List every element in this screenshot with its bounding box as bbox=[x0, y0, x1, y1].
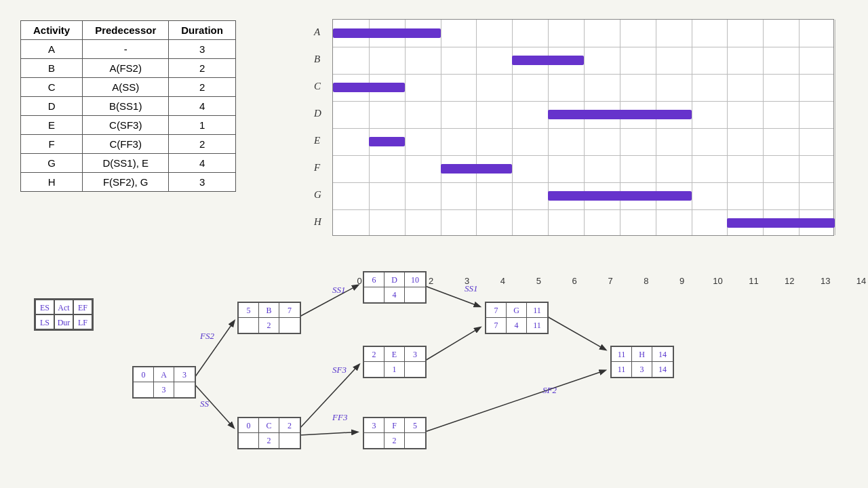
gantt-col-line bbox=[835, 20, 835, 235]
node-cell-top: C bbox=[259, 418, 279, 433]
legend-box: ES Act EF LS Dur LF bbox=[34, 298, 94, 331]
gantt-row-line bbox=[333, 74, 833, 75]
gantt-bar bbox=[727, 218, 835, 228]
node-g: 7G117411 bbox=[485, 302, 549, 334]
table-cell: C(SF3) bbox=[83, 116, 169, 135]
table-cell: 2 bbox=[169, 135, 236, 154]
gantt-col-line bbox=[656, 20, 656, 235]
arrow-label: SS1 bbox=[332, 285, 346, 296]
arrow bbox=[547, 317, 606, 350]
gantt-col-line bbox=[512, 20, 513, 235]
node-cell-top: 7 bbox=[486, 303, 507, 318]
gantt-row-label: E bbox=[314, 135, 320, 146]
gantt-row-line bbox=[333, 47, 833, 47]
legend-ef: EF bbox=[73, 300, 92, 314]
gantt-x-label: 4 bbox=[500, 276, 505, 286]
gantt-row-label: H bbox=[314, 216, 321, 228]
node-cell-top: 14 bbox=[652, 347, 673, 362]
legend-lf: LF bbox=[73, 314, 92, 329]
table-cell: D bbox=[21, 97, 83, 116]
gantt-col-line bbox=[692, 20, 692, 235]
gantt-row-line bbox=[333, 101, 833, 102]
table-cell: H bbox=[21, 173, 83, 192]
col-predecessor: Predecessor bbox=[83, 21, 169, 40]
arrow bbox=[300, 365, 359, 428]
node-cell-top: 3 bbox=[405, 347, 425, 362]
gantt-row-label: F bbox=[314, 162, 320, 174]
activity-table: Activity Predecessor Duration A-3BA(FS2)… bbox=[20, 20, 236, 192]
node-cell-bot bbox=[174, 382, 195, 397]
gantt-x-label: 6 bbox=[572, 276, 577, 286]
gantt-row-label: G bbox=[314, 189, 321, 201]
arrow bbox=[195, 384, 234, 428]
gantt-x-label: 12 bbox=[785, 276, 794, 286]
table-cell: A(FS2) bbox=[83, 59, 169, 78]
node-cell-top: 7 bbox=[279, 303, 300, 318]
gantt-x-label: 14 bbox=[856, 276, 866, 286]
gantt-col-line bbox=[763, 20, 764, 235]
node-cell-bot bbox=[239, 318, 259, 333]
table-cell: 3 bbox=[169, 173, 236, 192]
gantt-row-label: D bbox=[314, 108, 321, 119]
table-cell: 4 bbox=[169, 97, 236, 116]
table-cell: A(SS) bbox=[83, 78, 169, 97]
gantt-x-label: 11 bbox=[749, 276, 758, 286]
node-cell-top: E bbox=[384, 347, 405, 362]
col-duration: Duration bbox=[169, 21, 236, 40]
legend-ls: LS bbox=[35, 314, 54, 329]
node-b: 5B72 bbox=[237, 302, 301, 334]
table-cell: 1 bbox=[169, 116, 236, 135]
node-cell-bot: 3 bbox=[154, 382, 174, 397]
node-cell-top: 3 bbox=[174, 367, 195, 382]
gantt-bar bbox=[548, 110, 691, 119]
gantt-x-label: 3 bbox=[465, 276, 469, 286]
gantt-x-label: 10 bbox=[713, 276, 722, 286]
node-cell-top: 0 bbox=[239, 418, 259, 433]
gantt-col-line bbox=[441, 20, 441, 235]
node-cell-top: 11 bbox=[612, 347, 632, 362]
node-cell-bot bbox=[239, 433, 259, 448]
gantt-x-label: 5 bbox=[536, 276, 541, 286]
gantt-row-label: B bbox=[314, 54, 320, 65]
gantt-bar bbox=[548, 191, 691, 201]
node-cell-top: 11 bbox=[527, 303, 547, 318]
node-cell-bot: 4 bbox=[507, 318, 527, 333]
gantt-row-label: A bbox=[314, 26, 320, 38]
node-cell-bot bbox=[405, 433, 425, 448]
node-e: 2E31 bbox=[363, 346, 427, 378]
table-cell: C bbox=[21, 78, 83, 97]
node-h: 11H1411314 bbox=[610, 346, 674, 378]
arrow bbox=[300, 432, 357, 435]
gantt-col-line bbox=[405, 20, 406, 235]
col-activity: Activity bbox=[21, 21, 83, 40]
gantt-col-line bbox=[727, 20, 728, 235]
node-cell-top: B bbox=[259, 303, 279, 318]
gantt-bar bbox=[333, 83, 405, 92]
legend-dur: Dur bbox=[54, 314, 73, 329]
arrow bbox=[425, 371, 605, 432]
arrow-label: SS bbox=[200, 399, 209, 409]
table-cell: G bbox=[21, 154, 83, 173]
node-cell-bot: 14 bbox=[652, 362, 673, 377]
gantt-row-line bbox=[333, 209, 833, 210]
node-cell-bot bbox=[364, 362, 384, 377]
gantt-row-line bbox=[333, 128, 833, 129]
table-cell: C(FF3) bbox=[83, 135, 169, 154]
node-f: 3F52 bbox=[363, 417, 427, 449]
arrow-label: FS2 bbox=[200, 331, 214, 342]
gantt-row-line bbox=[333, 182, 833, 183]
gantt-x-label: 2 bbox=[429, 276, 433, 286]
node-cell-top: 6 bbox=[364, 272, 384, 287]
legend-es: ES bbox=[35, 300, 54, 314]
table-cell: B(SS1) bbox=[83, 97, 169, 116]
gantt-col-line bbox=[799, 20, 800, 235]
table-cell: E bbox=[21, 116, 83, 135]
arrow-label: SF3 bbox=[332, 365, 347, 375]
node-cell-top: 5 bbox=[239, 303, 259, 318]
gantt-bar bbox=[333, 28, 441, 38]
table-cell: 4 bbox=[169, 154, 236, 173]
node-cell-top: 0 bbox=[134, 367, 154, 382]
node-cell-bot bbox=[364, 287, 384, 302]
gantt-col-line bbox=[620, 20, 620, 235]
gantt-x-label: 0 bbox=[357, 276, 361, 286]
